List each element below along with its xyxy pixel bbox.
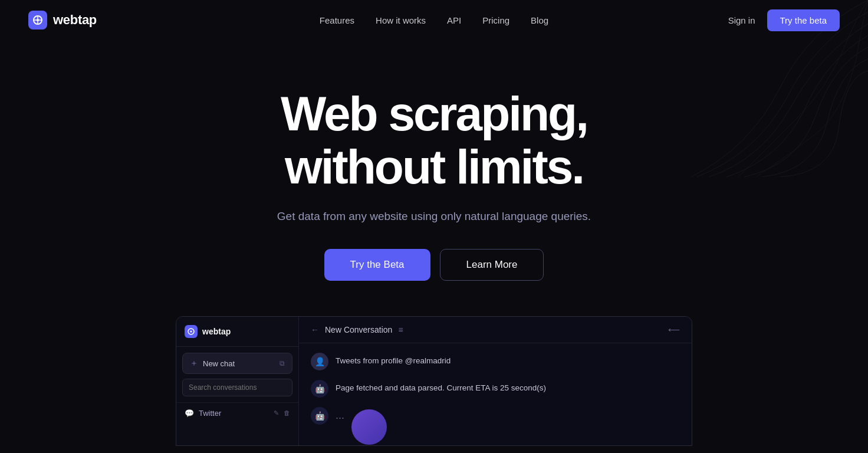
try-beta-cta-button[interactable]: Try the Beta [324,249,430,281]
user-message-text: Tweets from profile @realmadrid [336,353,451,367]
edit-icon[interactable]: ✎ [274,409,279,417]
plus-icon: ＋ [190,358,198,369]
bot-message-2: 🤖 ... [311,407,680,445]
logo-icon [28,11,47,29]
learn-more-button[interactable]: Learn More [440,249,544,281]
hero-buttons: Try the Beta Learn More [28,249,840,281]
hero-title: Web scraping, without limits. [169,87,699,193]
menu-icon[interactable]: ≡ [398,325,403,334]
bot-message-1-text: Page fetched and data parsed. Current ET… [336,380,546,394]
nav-blog[interactable]: Blog [531,15,548,25]
user-icon: 👤 [315,357,325,366]
nav-features[interactable]: Features [320,15,354,25]
sign-in-link[interactable]: Sign in [728,15,755,25]
demo-container: webtap ＋ New chat ⧉ 💬 Twitter ✎ 🗑 [0,316,868,446]
nav-actions: Sign in Try the beta [728,9,840,31]
new-chat-label: New chat [203,359,235,368]
bot-message-1: 🤖 Page fetched and data parsed. Current … [311,380,680,398]
logo-text: webtap [53,12,97,28]
hero-section: Web scraping, without limits. Get data f… [0,40,868,316]
svg-point-7 [190,331,192,333]
sidebar-logo-text: webtap [202,327,231,336]
sidebar-item-actions: ✎ 🗑 [274,409,290,417]
nav-links: Features How it works API Pricing Blog [320,15,548,25]
logo[interactable]: webtap [28,11,97,29]
hero-title-line1: Web scraping, [281,87,587,140]
nav-api[interactable]: API [447,15,461,25]
bot-avatar-1: 🤖 [311,380,328,398]
demo-chat: ← New Conversation ≡ ⟵ 👤 Tweets from pro… [299,317,692,445]
bot-icon-1: 🤖 [315,384,325,393]
navbar: webtap Features How it works API Pricing… [0,0,868,40]
collapse-icon[interactable]: ⟵ [668,325,680,334]
demo-sidebar: webtap ＋ New chat ⧉ 💬 Twitter ✎ 🗑 [176,317,299,445]
chat-icon: 💬 [185,409,194,418]
delete-icon[interactable]: 🗑 [284,409,290,417]
chat-header: ← New Conversation ≡ ⟵ [299,317,692,343]
chat-header-title: New Conversation [325,325,392,334]
chat-messages: 👤 Tweets from profile @realmadrid 🤖 Page… [299,343,692,446]
loading-dots: ... [336,407,344,422]
nav-how-it-works[interactable]: How it works [376,15,426,25]
hero-title-line2: without limits. [285,140,583,193]
back-arrow-icon[interactable]: ← [311,325,319,334]
sidebar-twitter-label: Twitter [199,409,269,418]
sidebar-item-twitter[interactable]: 💬 Twitter ✎ 🗑 [176,402,298,424]
search-conversations [182,379,292,396]
user-message: 👤 Tweets from profile @realmadrid [311,353,680,370]
search-input[interactable] [182,379,292,396]
demo-panel: webtap ＋ New chat ⧉ 💬 Twitter ✎ 🗑 [176,316,692,446]
nav-try-beta-button[interactable]: Try the beta [767,9,840,31]
user-avatar: 👤 [311,353,328,370]
chat-header-left: ← New Conversation ≡ [311,325,403,334]
new-chat-button[interactable]: ＋ New chat ⧉ [182,353,292,374]
copy-icon: ⧉ [280,359,285,367]
sidebar-logo-icon [185,325,198,338]
demo-sidebar-header: webtap [176,317,298,347]
bot-icon-2: 🤖 [315,411,325,421]
profile-avatar [351,409,387,445]
bot-avatar-2: 🤖 [311,407,328,425]
nav-pricing[interactable]: Pricing [482,15,509,25]
hero-subtitle: Get data from any website using only nat… [28,210,840,223]
